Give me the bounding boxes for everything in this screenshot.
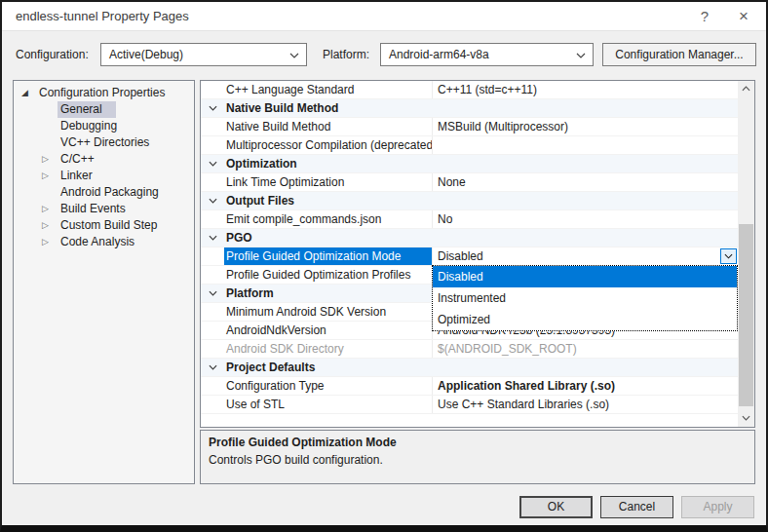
tree-item-c-cpp[interactable]: ▷ C/C++: [14, 151, 194, 168]
property-name: AndroidNdkVersion: [224, 322, 432, 339]
description-title: Profile Guided Optimization Mode: [209, 436, 747, 449]
group-row[interactable]: Output Files: [201, 192, 738, 210]
tree-collapsed-icon[interactable]: ▷: [42, 201, 49, 217]
group-name: PGO: [224, 229, 432, 247]
tree-item-configuration-properties[interactable]: ◢ Configuration Properties: [14, 85, 194, 101]
dropdown-option-instrumented[interactable]: Instrumented: [433, 287, 737, 309]
tree-collapsed-icon[interactable]: ▷: [42, 217, 49, 234]
property-grid: C++ Language Standard C++11 (std=c++11) …: [200, 80, 755, 428]
property-name: Use of STL: [224, 396, 432, 413]
group-name: Project Defaults: [224, 359, 432, 376]
table-row[interactable]: Configuration Type Application Shared Li…: [201, 377, 738, 396]
tree-item-vc-directories[interactable]: VC++ Directories: [14, 134, 194, 151]
property-value[interactable]: C++11 (std=c++11): [432, 81, 738, 98]
property-value: $(ANDROID_SDK_ROOT): [432, 340, 738, 358]
chevron-down-icon: [576, 53, 586, 74]
property-value[interactable]: No: [432, 210, 738, 228]
platform-label: Platform:: [323, 48, 369, 61]
property-name: Android SDK Directory: [224, 340, 432, 358]
property-value[interactable]: Application Shared Library (.so): [432, 377, 738, 395]
pgo-mode-dropdown-list: Disabled Instrumented Optimized: [432, 265, 738, 331]
cancel-button[interactable]: Cancel: [600, 496, 673, 518]
tree-item-debugging[interactable]: Debugging: [14, 118, 194, 134]
property-name: Link Time Optimization: [224, 173, 432, 191]
table-row[interactable]: Emit compile_commands.json No: [201, 210, 738, 229]
dropdown-option-optimized[interactable]: Optimized: [433, 309, 737, 330]
collapse-chevron-icon[interactable]: [201, 285, 224, 302]
group-row[interactable]: Project Defaults: [201, 359, 738, 377]
tree-item-general[interactable]: General: [14, 101, 194, 118]
property-value[interactable]: None: [432, 173, 738, 191]
combobox-dropdown-button[interactable]: [720, 248, 737, 264]
pgo-mode-value: Disabled: [438, 249, 483, 263]
property-value[interactable]: [432, 136, 738, 154]
vertical-scrollbar[interactable]: [738, 81, 754, 427]
table-row-disabled: Android SDK Directory $(ANDROID_SDK_ROOT…: [201, 340, 738, 359]
description-body: Controls PGO build configuration.: [209, 453, 747, 467]
property-name: Minimum Android SDK Version: [224, 303, 432, 321]
configuration-label: Configuration:: [16, 48, 89, 61]
collapse-chevron-icon[interactable]: [201, 155, 224, 172]
group-row[interactable]: Native Build Method: [201, 99, 738, 118]
platform-value: Android-arm64-v8a: [389, 48, 489, 61]
scroll-down-icon[interactable]: [738, 410, 754, 427]
tree-item-build-events[interactable]: ▷ Build Events: [14, 201, 194, 217]
property-name: Emit compile_commands.json: [224, 210, 432, 228]
group-name: Optimization: [224, 155, 432, 172]
configuration-manager-button[interactable]: Configuration Manager...: [602, 43, 756, 66]
property-name: Configuration Type: [224, 377, 432, 395]
tree-collapsed-icon[interactable]: ▷: [42, 168, 49, 184]
property-name: Profile Guided Optimization Profiles: [224, 266, 432, 284]
tree-item-code-analysis[interactable]: ▷ Code Analysis: [14, 234, 194, 250]
collapse-chevron-icon[interactable]: [201, 99, 224, 117]
table-row[interactable]: Native Build Method MSBuild (Multiproces…: [201, 118, 738, 136]
group-row[interactable]: Optimization: [201, 155, 738, 173]
configuration-value: Active(Debug): [109, 48, 183, 61]
dropdown-option-disabled[interactable]: Disabled: [433, 266, 737, 287]
configuration-select[interactable]: Active(Debug): [100, 43, 307, 66]
tree-expanded-icon[interactable]: ◢: [21, 85, 28, 101]
description-panel: Profile Guided Optimization Mode Control…: [200, 430, 755, 484]
table-row[interactable]: Link Time Optimization None: [201, 173, 738, 192]
group-name: Native Build Method: [224, 99, 432, 117]
property-value[interactable]: MSBuild (Multiprocessor): [432, 118, 738, 135]
pgo-mode-combobox[interactable]: Disabled: [432, 247, 738, 265]
category-tree: ◢ Configuration Properties General Debug…: [13, 80, 195, 484]
property-pages-dialog: endless-tunnel Property Pages ? × Config…: [0, 0, 768, 532]
title-bar: endless-tunnel Property Pages ? ×: [2, 2, 766, 31]
collapse-chevron-icon[interactable]: [201, 359, 224, 376]
group-row[interactable]: PGO: [201, 229, 738, 247]
scrollbar-thumb[interactable]: [739, 224, 753, 406]
chevron-down-icon: [289, 53, 299, 74]
property-name: C++ Language Standard: [224, 81, 432, 98]
table-row[interactable]: C++ Language Standard C++11 (std=c++11): [201, 81, 738, 99]
property-name: Profile Guided Optimization Mode: [224, 247, 432, 265]
close-icon[interactable]: ×: [727, 2, 760, 31]
collapse-chevron-icon[interactable]: [201, 229, 224, 247]
table-row-selected[interactable]: Profile Guided Optimization Mode Disable…: [201, 247, 738, 266]
property-grid-rows: C++ Language Standard C++11 (std=c++11) …: [201, 81, 738, 427]
property-name: Multiprocessor Compilation (deprecated): [224, 136, 432, 154]
property-name: Native Build Method: [224, 118, 432, 135]
scroll-up-icon[interactable]: [738, 81, 754, 97]
tree-collapsed-icon[interactable]: ▷: [42, 234, 49, 250]
help-icon[interactable]: ?: [688, 2, 721, 31]
window-title: endless-tunnel Property Pages: [16, 9, 189, 23]
collapse-chevron-icon[interactable]: [201, 192, 224, 209]
table-row[interactable]: Multiprocessor Compilation (deprecated): [201, 136, 738, 155]
group-name: Platform: [224, 285, 432, 302]
platform-select[interactable]: Android-arm64-v8a: [380, 43, 594, 66]
tree-collapsed-icon[interactable]: ▷: [42, 151, 49, 168]
tree-item-custom-build-step[interactable]: ▷ Custom Build Step: [14, 217, 194, 234]
table-row[interactable]: Use of STL Use C++ Standard Libraries (.…: [201, 396, 738, 414]
ok-button[interactable]: OK: [519, 496, 593, 518]
apply-button: Apply: [681, 496, 754, 518]
property-value[interactable]: Use C++ Standard Libraries (.so): [432, 396, 738, 413]
tree-item-linker[interactable]: ▷ Linker: [14, 168, 194, 184]
tree-item-android-packaging[interactable]: Android Packaging: [14, 184, 194, 201]
group-name: Output Files: [224, 192, 432, 209]
